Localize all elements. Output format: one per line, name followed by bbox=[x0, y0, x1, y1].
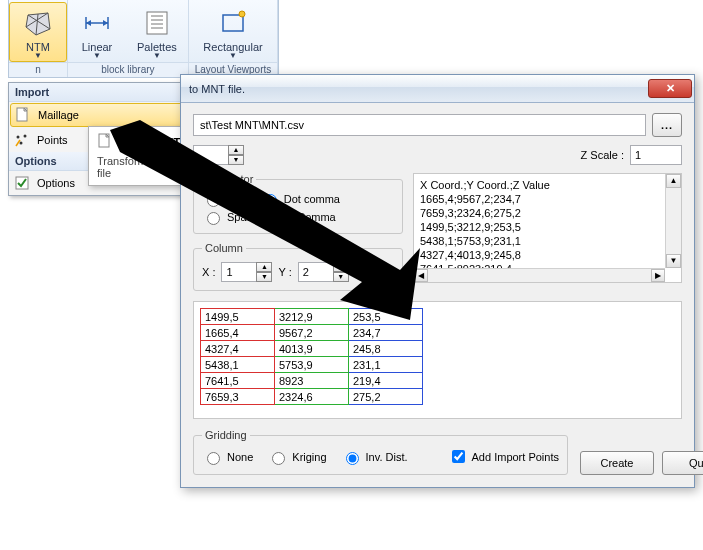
close-icon: ✕ bbox=[666, 82, 675, 95]
column-group: Column X : ▲▼ Y : ▲▼ bbox=[193, 242, 403, 291]
radio-tab[interactable]: Tab bbox=[202, 191, 245, 207]
cell-x[interactable]: 7641,5 bbox=[201, 373, 275, 389]
radio-dotcomma[interactable]: Dot comma bbox=[259, 191, 340, 207]
unnamed-spinner[interactable]: ▲▼ bbox=[193, 145, 244, 165]
table-row[interactable]: 5438,15753,9231,1 bbox=[201, 357, 423, 373]
column-y-spinner[interactable]: ▲▼ bbox=[298, 262, 349, 282]
spin-up-icon[interactable]: ▲ bbox=[228, 145, 244, 155]
cell-x[interactable]: 1499,5 bbox=[201, 309, 275, 325]
check-add-import-points[interactable]: Add Import Points bbox=[448, 447, 559, 466]
chevron-down-icon: ▼ bbox=[34, 53, 42, 59]
chevron-down-icon: ▼ bbox=[229, 53, 237, 59]
menu-item-label: Points bbox=[37, 134, 68, 146]
cell-z[interactable]: 234,7 bbox=[349, 325, 423, 341]
table-row[interactable]: 4327,44013,9245,8 bbox=[201, 341, 423, 357]
chevron-down-icon: ▼ bbox=[153, 53, 161, 59]
column-x-input[interactable] bbox=[221, 262, 257, 282]
ribbon-palettes-button[interactable]: Palettes ▼ bbox=[126, 2, 188, 62]
palette-icon bbox=[141, 7, 173, 39]
close-button[interactable]: ✕ bbox=[648, 79, 692, 98]
dialog-titlebar[interactable]: to MNT file. ✕ bbox=[181, 75, 694, 103]
scroll-up-icon[interactable]: ▲ bbox=[666, 174, 681, 188]
cell-x[interactable]: 1665,4 bbox=[201, 325, 275, 341]
spin-up-icon[interactable]: ▲ bbox=[256, 262, 272, 272]
radio-invdist[interactable]: Inv. Dist. bbox=[341, 449, 408, 465]
table-row[interactable]: 7641,58923219,4 bbox=[201, 373, 423, 389]
spin-down-icon[interactable]: ▼ bbox=[256, 272, 272, 282]
radio-none[interactable]: None bbox=[202, 449, 253, 465]
menu-header-import: Import bbox=[9, 83, 205, 102]
cell-z[interactable]: 245,8 bbox=[349, 341, 423, 357]
cell-z[interactable]: 231,1 bbox=[349, 357, 423, 373]
file-path-input[interactable]: st\Test MNT\MNT.csv bbox=[193, 114, 646, 136]
rectangle-icon bbox=[217, 7, 249, 39]
browse-button[interactable]: ... bbox=[652, 113, 682, 137]
column-y-input[interactable] bbox=[298, 262, 334, 282]
svg-rect-9 bbox=[147, 12, 167, 34]
scroll-down-icon[interactable]: ▼ bbox=[666, 254, 681, 268]
gridding-group: Gridding None Kriging Inv. Dist. Add Imp… bbox=[193, 429, 568, 475]
cell-y[interactable]: 8923 bbox=[275, 373, 349, 389]
cell-x[interactable]: 5438,1 bbox=[201, 357, 275, 373]
chevron-down-icon: ▼ bbox=[93, 53, 101, 59]
spinner-input[interactable] bbox=[193, 145, 229, 165]
column-y-label: Y : bbox=[278, 266, 291, 278]
svg-point-19 bbox=[24, 135, 27, 138]
cell-z[interactable]: 275,2 bbox=[349, 389, 423, 405]
cell-y[interactable]: 9567,2 bbox=[275, 325, 349, 341]
cell-z[interactable]: 219,4 bbox=[349, 373, 423, 389]
radio-space[interactable]: Space bbox=[202, 209, 258, 225]
tooltip-title: Import MNT bbox=[119, 136, 180, 148]
spin-up-icon[interactable]: ▲ bbox=[333, 262, 349, 272]
svg-rect-14 bbox=[223, 15, 243, 31]
create-button[interactable]: Create bbox=[580, 451, 654, 475]
table-row[interactable]: 1665,49567,2234,7 bbox=[201, 325, 423, 341]
ribbon: NTM ▼ n Linear ▼ Palettes ▼ block libr bbox=[8, 0, 279, 78]
scroll-left-icon[interactable]: ◀ bbox=[414, 269, 428, 282]
quit-button[interactable]: Quit bbox=[662, 451, 703, 475]
cell-x[interactable]: 4327,4 bbox=[201, 341, 275, 357]
cell-y[interactable]: 3212,9 bbox=[275, 309, 349, 325]
cell-z[interactable]: 253,5 bbox=[349, 309, 423, 325]
cell-y[interactable]: 5753,9 bbox=[275, 357, 349, 373]
cell-y[interactable]: 2324,6 bbox=[275, 389, 349, 405]
preview-vscrollbar[interactable]: ▲▼ bbox=[665, 174, 681, 268]
radio-kriging[interactable]: Kriging bbox=[267, 449, 326, 465]
ribbon-group-label-1: n bbox=[9, 62, 67, 77]
ribbon-rectangular-button[interactable]: Rectangular ▼ bbox=[192, 2, 273, 62]
zscale-label: Z Scale : bbox=[581, 149, 624, 161]
ribbon-linear-button[interactable]: Linear ▼ bbox=[68, 2, 126, 62]
spin-down-icon[interactable]: ▼ bbox=[228, 155, 244, 165]
svg-point-15 bbox=[239, 11, 245, 17]
column-x-spinner[interactable]: ▲▼ bbox=[221, 262, 272, 282]
menu-item-label: Maillage bbox=[38, 109, 79, 121]
document-icon bbox=[14, 106, 32, 124]
file-preview: X Coord.;Y Coord.;Z Value 1665,4;9567,2;… bbox=[413, 173, 682, 283]
column-legend: Column bbox=[202, 242, 246, 254]
menu-item-label: Options bbox=[37, 177, 75, 189]
ribbon-group-label-2: block library bbox=[68, 62, 188, 77]
svg-point-18 bbox=[17, 136, 20, 139]
separator-group: Separator Tab Dot comma Space Comma bbox=[193, 173, 403, 234]
linear-dim-icon bbox=[81, 7, 113, 39]
spin-down-icon[interactable]: ▼ bbox=[333, 272, 349, 282]
radio-comma[interactable]: Comma bbox=[272, 209, 336, 225]
parsed-data-table: 1499,53212,9253,51665,49567,2234,74327,4… bbox=[200, 308, 423, 405]
parsed-data-table-area[interactable]: 1499,53212,9253,51665,49567,2234,74327,4… bbox=[193, 301, 682, 419]
ribbon-ntm-button[interactable]: NTM ▼ bbox=[9, 2, 67, 62]
dialog-title: to MNT file. bbox=[189, 83, 648, 95]
table-row[interactable]: 7659,32324,6275,2 bbox=[201, 389, 423, 405]
preview-hscrollbar[interactable]: ◀▶ bbox=[414, 268, 665, 282]
zscale-input[interactable] bbox=[630, 145, 682, 165]
mesh-icon bbox=[22, 7, 54, 39]
checkbox-icon bbox=[13, 174, 31, 192]
svg-point-20 bbox=[20, 142, 23, 145]
menu-item-maillage[interactable]: Maillage ▶ bbox=[10, 103, 204, 127]
gridding-legend: Gridding bbox=[202, 429, 250, 441]
cell-y[interactable]: 4013,9 bbox=[275, 341, 349, 357]
scroll-right-icon[interactable]: ▶ bbox=[651, 269, 665, 282]
points-icon bbox=[13, 131, 31, 149]
cell-x[interactable]: 7659,3 bbox=[201, 389, 275, 405]
mnt-import-dialog: to MNT file. ✕ st\Test MNT\MNT.csv ... ▲… bbox=[180, 74, 695, 488]
table-row[interactable]: 1499,53212,9253,5 bbox=[201, 309, 423, 325]
